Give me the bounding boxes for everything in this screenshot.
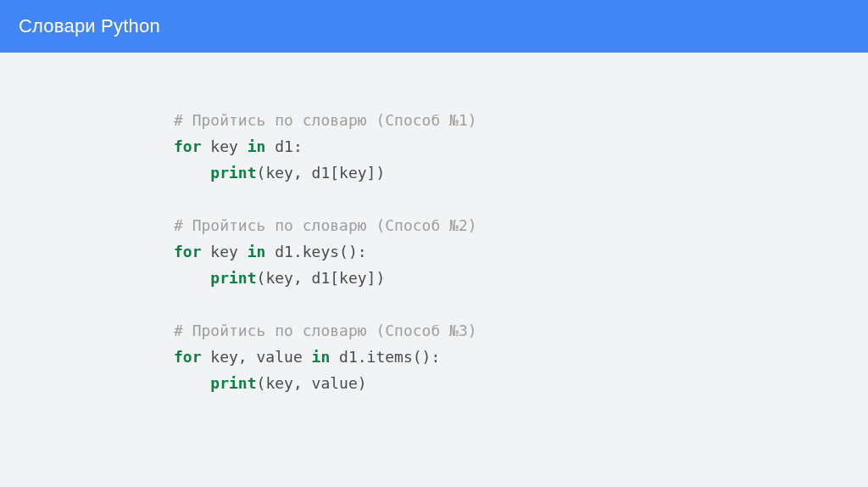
kw-in-2: in xyxy=(248,243,266,260)
code-text: key xyxy=(202,137,248,155)
code-text: (key, value) xyxy=(257,374,367,392)
code-text: d1.keys(): xyxy=(265,243,366,260)
slide-header: Словари Python xyxy=(0,0,868,53)
code-indent xyxy=(174,269,210,287)
fn-print-3: print xyxy=(210,374,256,392)
code-text: d1.items(): xyxy=(330,348,440,366)
code-comment-1: # Пройтись по словарю (Способ №1) xyxy=(174,111,477,129)
code-indent xyxy=(174,164,210,182)
code-block: # Пройтись по словарю (Способ №1) for ke… xyxy=(174,107,868,396)
code-text: key, value xyxy=(202,348,312,366)
code-text: (key, d1[key]) xyxy=(257,164,386,182)
fn-print-2: print xyxy=(210,269,256,287)
fn-print-1: print xyxy=(210,164,256,182)
slide-body: # Пройтись по словарю (Способ №1) for ke… xyxy=(0,53,868,396)
kw-for-1: for xyxy=(174,137,202,155)
kw-in-3: in xyxy=(312,348,331,366)
code-comment-2: # Пройтись по словарю (Способ №2) xyxy=(174,216,477,234)
code-text: d1: xyxy=(265,137,302,155)
kw-in-1: in xyxy=(248,137,266,155)
slide-title: Словари Python xyxy=(19,15,160,37)
code-indent xyxy=(174,374,210,392)
code-comment-3: # Пройтись по словарю (Способ №3) xyxy=(174,322,477,339)
code-text: key xyxy=(202,243,248,260)
code-text: (key, d1[key]) xyxy=(257,269,386,287)
kw-for-2: for xyxy=(174,243,202,260)
kw-for-3: for xyxy=(174,348,202,366)
